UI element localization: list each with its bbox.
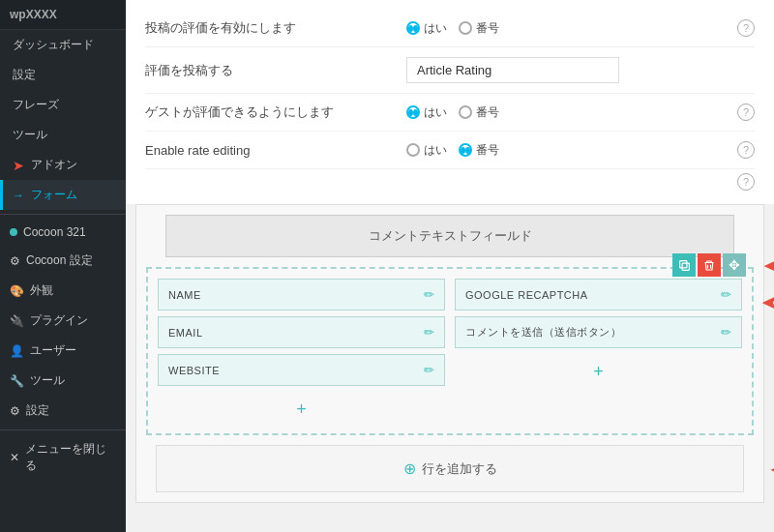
plugin-icon: 🔌: [10, 314, 24, 328]
user-icon: 👤: [10, 344, 24, 358]
sidebar-item-label: フレーズ: [13, 97, 59, 113]
close-menu-icon: ✕: [10, 451, 19, 464]
comment-textfield-header: コメントテキストフィールド: [165, 215, 734, 257]
add-row-label: 行を追加する: [422, 460, 497, 478]
form-field-website[interactable]: WEBSITE ✏: [158, 354, 445, 386]
rate-editing-no[interactable]: 番号: [459, 142, 499, 159]
edit-icon-3: ✏: [424, 363, 435, 377]
sidebar-item-settings2[interactable]: ⚙ 設定: [0, 396, 126, 426]
sidebar-separator: [0, 214, 126, 215]
form-field-submit[interactable]: コメントを送信（送信ボタン） ✏: [455, 316, 742, 348]
help-icon-2[interactable]: ?: [737, 103, 755, 121]
form-column-left: NAME ✏ EMAIL ✏ WEBSITE ✏ +: [158, 279, 445, 428]
radio-selected-dot-2: [406, 105, 420, 119]
sidebar-item-label: アドオン: [31, 157, 77, 173]
sidebar-item-plugins[interactable]: 🔌 プラグイン: [0, 306, 126, 336]
form-columns: NAME ✏ EMAIL ✏ WEBSITE ✏ +: [158, 279, 742, 428]
field-email-label: EMAIL: [168, 327, 203, 339]
sidebar-item-dashboard[interactable]: ダッシュボード: [0, 30, 126, 60]
radio-label-no: 番号: [476, 20, 499, 37]
radio-selected-dot-3: [459, 143, 472, 157]
sidebar-item-addon[interactable]: ➤ アドオン: [0, 150, 126, 180]
sidebar-item-label: 設定: [26, 402, 49, 419]
sidebar-item-tools[interactable]: ツール: [0, 120, 126, 150]
help-icon-4[interactable]: ?: [737, 173, 755, 191]
sidebar-item-cocoon-settings[interactable]: ⚙ Cocoon 設定: [0, 246, 126, 276]
cocoon-dot-icon: [10, 228, 17, 236]
main-content: 投稿の評価を有効にします はい 番号 ? 評価を投稿する: [126, 0, 774, 532]
form-field-email[interactable]: EMAIL ✏: [158, 316, 445, 348]
radio-dot-3: [406, 143, 420, 157]
guest-rate-no[interactable]: 番号: [459, 104, 499, 121]
sidebar-item-users[interactable]: 👤 ユーザー: [0, 336, 126, 366]
radio-label-yes: はい: [424, 20, 447, 37]
help-icon-3[interactable]: ?: [737, 141, 755, 159]
guest-rate-row: ゲストが評価できるようにします はい 番号 ?: [145, 94, 755, 132]
sidebar-item-label: フォーム: [31, 187, 77, 203]
arrow-right-icon: →: [13, 189, 24, 202]
form-field-recaptcha[interactable]: GOOGLE RECAPTCHA ✏: [455, 279, 742, 310]
sidebar-item-label: ツール: [13, 127, 47, 143]
radio-label-no-3: 番号: [476, 142, 499, 159]
article-rating-input[interactable]: [406, 57, 619, 83]
move-icon: ✥: [729, 257, 740, 273]
sidebar-item-cocoon-label: Cocoon 321: [0, 219, 126, 246]
cocoon-label-text: Cocoon 321: [23, 225, 86, 239]
enable-rating-no[interactable]: 番号: [459, 20, 499, 37]
sidebar-item-label: ダッシュボード: [13, 37, 94, 53]
rate-editing-yes[interactable]: はい: [406, 142, 447, 159]
add-main-row-button[interactable]: ⊕ 行を追加する: [156, 445, 744, 492]
form-row-toolbar: ✥ ➤: [672, 253, 746, 277]
settings-panel: 投稿の評価を有効にします はい 番号 ? 評価を投稿する: [126, 0, 774, 204]
rate-editing-row: Enable rate editing はい 番号 ?: [145, 132, 755, 169]
sidebar-item-label: ユーザー: [30, 342, 76, 359]
red-arrow-toolbar: ➤: [763, 253, 774, 279]
field-recaptcha-label: GOOGLE RECAPTCHA: [465, 289, 588, 301]
settings-icon: ⚙: [10, 404, 20, 418]
field-website-label: WEBSITE: [168, 365, 220, 376]
sidebar-item-form[interactable]: → フォーム: [0, 180, 126, 210]
enable-rating-radio-group: はい 番号: [406, 20, 499, 37]
guest-rate-label: ゲストが評価できるようにします: [145, 103, 397, 121]
form-field-name[interactable]: NAME ✏: [158, 279, 445, 310]
form-column-right: GOOGLE RECAPTCHA ✏ コメントを送信（送信ボタン） ✏ + ➤: [455, 279, 742, 428]
radio-label-yes-2: はい: [424, 104, 447, 121]
delete-row-button[interactable]: [698, 253, 721, 277]
tools-icon: 🔧: [10, 374, 24, 388]
radio-label-no-2: 番号: [476, 104, 499, 121]
field-submit-label: コメントを送信（送信ボタン）: [465, 325, 621, 340]
paint-icon: 🎨: [10, 284, 24, 298]
guest-rate-control: はい 番号: [406, 104, 728, 121]
sidebar-item-label: 設定: [13, 67, 36, 83]
rate-editing-radio-group: はい 番号: [406, 142, 499, 159]
enable-rating-control: はい 番号: [406, 20, 728, 37]
sidebar: wpXXXX ダッシュボード 設定 フレーズ ツール ➤ アドオン → フォーム…: [0, 0, 126, 532]
sidebar-item-settings[interactable]: 設定: [0, 60, 126, 90]
sidebar-item-label: プラグイン: [30, 312, 88, 329]
red-arrow-recaptcha: ➤: [761, 290, 774, 315]
svg-rect-1: [679, 260, 686, 267]
sidebar-item-phrase[interactable]: フレーズ: [0, 90, 126, 120]
enable-rating-yes[interactable]: はい: [406, 20, 447, 37]
add-field-left-button[interactable]: +: [158, 392, 445, 428]
sidebar-item-tools2[interactable]: 🔧 ツール: [0, 366, 126, 396]
sidebar-item-close-menu[interactable]: ✕ メニューを閉じる: [0, 434, 126, 481]
copy-row-button[interactable]: [672, 253, 696, 277]
red-arrow-add-row: ➤: [769, 454, 774, 484]
help-icon-1[interactable]: ?: [737, 19, 755, 37]
move-row-button[interactable]: ✥: [723, 253, 746, 277]
sidebar-separator-2: [0, 429, 126, 430]
sidebar-item-appearance[interactable]: 🎨 外観: [0, 276, 126, 306]
rate-editing-label: Enable rate editing: [145, 143, 397, 158]
edit-icon-5: ✏: [721, 325, 732, 340]
form-row-container: ✥ ➤ NAME ✏ EMAIL ✏ WEBSITE: [146, 267, 754, 435]
red-arrow-icon: ➤: [13, 158, 24, 173]
sidebar-item-label: メニューを閉じる: [25, 441, 116, 474]
rate-post-label: 評価を投稿する: [145, 62, 397, 79]
rate-post-row: 評価を投稿する: [145, 47, 755, 94]
rate-editing-control: はい 番号: [406, 142, 728, 159]
edit-icon-2: ✏: [424, 325, 435, 340]
radio-selected-dot: [406, 21, 420, 35]
add-field-right-button[interactable]: +: [455, 354, 742, 390]
guest-rate-yes[interactable]: はい: [406, 104, 447, 121]
